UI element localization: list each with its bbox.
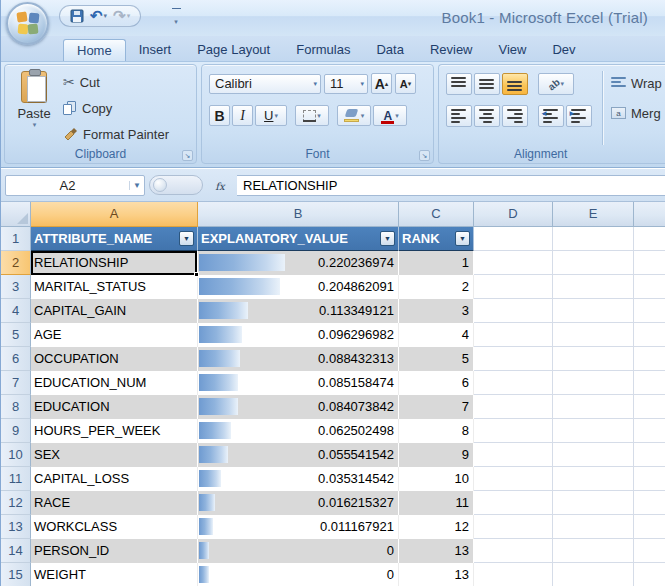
cell-rank[interactable]: 13 — [399, 563, 474, 586]
cell-attribute-name[interactable]: AGE — [31, 323, 198, 347]
row-number[interactable]: 2 — [1, 251, 31, 275]
formula-input[interactable]: RELATIONSHIP — [237, 175, 665, 196]
empty-cell[interactable] — [634, 395, 665, 419]
cell-rank[interactable]: 4 — [399, 323, 474, 347]
empty-cell[interactable] — [553, 251, 634, 275]
cell-explanatory-value[interactable]: 0.011167921 — [198, 515, 399, 539]
cell-attribute-name[interactable]: CAPITAL_LOSS — [31, 467, 198, 491]
borders-button[interactable]: ▾ — [295, 105, 329, 126]
save-button[interactable] — [68, 7, 86, 25]
empty-cell[interactable] — [553, 491, 634, 515]
cell-rank[interactable]: 5 — [399, 347, 474, 371]
empty-cell[interactable] — [634, 419, 665, 443]
copy-button[interactable]: Copy — [63, 97, 112, 119]
empty-cell[interactable] — [553, 515, 634, 539]
cell-explanatory-value[interactable]: 0.062502498 — [198, 419, 399, 443]
cell-attribute-name[interactable]: EDUCATION — [31, 395, 198, 419]
cell-rank[interactable]: 10 — [399, 467, 474, 491]
name-box[interactable]: A2 ▼ — [5, 175, 145, 196]
empty-cell[interactable] — [553, 323, 634, 347]
row-number[interactable]: 7 — [1, 371, 31, 395]
fill-handle[interactable] — [194, 272, 199, 277]
empty-cell[interactable] — [474, 395, 553, 419]
empty-cell[interactable] — [634, 491, 665, 515]
cell-attribute-name[interactable]: OCCUPATION — [31, 347, 198, 371]
format-painter-button[interactable]: Format Painter — [63, 123, 169, 145]
cell-rank[interactable]: 12 — [399, 515, 474, 539]
bold-button[interactable]: B — [209, 105, 230, 126]
cell-attribute-name[interactable]: SEX — [31, 443, 198, 467]
cell-rank[interactable]: 3 — [399, 299, 474, 323]
cell-attribute-name[interactable]: EDUCATION_NUM — [31, 371, 198, 395]
cell-explanatory-value[interactable]: 0 — [198, 563, 399, 586]
decrease-font-button[interactable]: A▾ — [395, 73, 416, 94]
empty-cell[interactable] — [474, 251, 553, 275]
customize-qat-button[interactable]: ▾ — [169, 8, 183, 28]
empty-cell[interactable] — [634, 467, 665, 491]
empty-cell[interactable] — [474, 299, 553, 323]
tab-view[interactable]: View — [486, 39, 540, 61]
empty-cell[interactable] — [553, 347, 634, 371]
empty-cell[interactable] — [474, 347, 553, 371]
empty-cell[interactable] — [553, 419, 634, 443]
empty-cell[interactable] — [634, 251, 665, 275]
insert-function-button[interactable]: fx — [207, 176, 233, 194]
cell-explanatory-value[interactable]: 0.035314542 — [198, 467, 399, 491]
font-color-button[interactable]: A ▾ — [373, 105, 407, 126]
empty-cell[interactable] — [474, 491, 553, 515]
italic-button[interactable]: I — [232, 105, 253, 126]
cell-rank[interactable]: 6 — [399, 371, 474, 395]
cell-explanatory-value[interactable]: 0 — [198, 539, 399, 563]
tab-page-layout[interactable]: Page Layout — [184, 39, 283, 61]
cell-attribute-name[interactable]: CAPITAL_GAIN — [31, 299, 198, 323]
cut-button[interactable]: ✂ Cut — [63, 71, 100, 93]
column-header-c[interactable]: C — [399, 202, 474, 227]
empty-cell[interactable] — [634, 443, 665, 467]
empty-cell[interactable] — [553, 227, 634, 251]
cell-rank[interactable]: 8 — [399, 419, 474, 443]
empty-cell[interactable] — [634, 539, 665, 563]
empty-cell[interactable] — [474, 323, 553, 347]
cell-attribute-name[interactable]: PERSON_ID — [31, 539, 198, 563]
cell-rank[interactable]: 13 — [399, 539, 474, 563]
font-dialog-launcher[interactable]: ↘ — [419, 150, 430, 161]
row-number[interactable]: 4 — [1, 299, 31, 323]
tab-review[interactable]: Review — [417, 39, 486, 61]
empty-cell[interactable] — [634, 563, 665, 586]
row-number[interactable]: 13 — [1, 515, 31, 539]
column-header-a[interactable]: A — [31, 202, 198, 227]
empty-cell[interactable] — [474, 539, 553, 563]
fill-color-button[interactable]: ▾ — [337, 105, 371, 126]
cell-rank[interactable]: 7 — [399, 395, 474, 419]
empty-cell[interactable] — [634, 347, 665, 371]
cell-attribute-name[interactable]: RELATIONSHIP — [31, 251, 198, 275]
empty-cell[interactable] — [553, 395, 634, 419]
empty-cell[interactable] — [553, 539, 634, 563]
paste-button[interactable]: Paste ▾ — [11, 69, 57, 145]
empty-cell[interactable] — [634, 515, 665, 539]
row-number[interactable]: 12 — [1, 491, 31, 515]
row-number[interactable]: 10 — [1, 443, 31, 467]
cell-attribute-name[interactable]: MARITAL_STATUS — [31, 275, 198, 299]
empty-cell[interactable] — [634, 275, 665, 299]
tab-formulas[interactable]: Formulas — [283, 39, 363, 61]
row-number[interactable]: 9 — [1, 419, 31, 443]
cell-explanatory-value[interactable]: 0.096296982 — [198, 323, 399, 347]
empty-cell[interactable] — [474, 563, 553, 586]
align-left-button[interactable] — [446, 105, 472, 127]
cell-explanatory-value[interactable]: 0.204862091 — [198, 275, 399, 299]
empty-cell[interactable] — [634, 299, 665, 323]
wrap-text-button[interactable]: Wrap — [611, 71, 665, 95]
font-size-combo[interactable]: 11 ▾ — [324, 74, 368, 94]
bottom-align-button[interactable] — [502, 73, 528, 95]
row-number[interactable]: 11 — [1, 467, 31, 491]
tab-insert[interactable]: Insert — [126, 39, 185, 61]
header-cell-explanatory-value[interactable]: EXPLANATORY_VALUE▼ — [198, 227, 399, 251]
header-cell-rank[interactable]: RANK▼ — [399, 227, 474, 251]
cell-explanatory-value[interactable]: 0.088432313 — [198, 347, 399, 371]
center-button[interactable] — [474, 105, 500, 127]
empty-cell[interactable] — [474, 467, 553, 491]
column-header-partial[interactable] — [634, 202, 665, 227]
empty-cell[interactable] — [474, 515, 553, 539]
merge-center-button[interactable]: a Merg — [611, 101, 665, 125]
